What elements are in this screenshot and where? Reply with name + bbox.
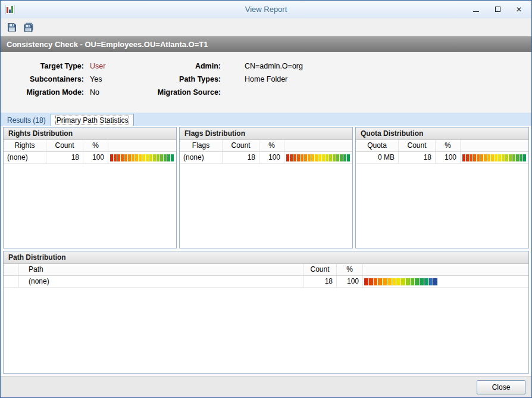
count-column-header[interactable]: Count: [303, 264, 337, 275]
percent-value: 100: [83, 152, 108, 163]
save-all-icon[interactable]: [23, 21, 35, 33]
subcontainers-value: Yes: [90, 73, 157, 86]
rights-grid-header: Rights Count %: [4, 140, 176, 152]
flags-distribution-title: Flags Distribution: [180, 128, 352, 140]
report-summary: Target Type: User Admin: CN=admin.O=org …: [1, 52, 531, 113]
migration-mode-label: Migration Mode:: [1, 86, 90, 99]
tab-results[interactable]: Results (18): [2, 114, 51, 126]
target-type-value: User: [90, 60, 157, 73]
rights-row-none[interactable]: (none) 18 100: [4, 152, 176, 164]
count-value: 18: [223, 152, 259, 163]
migration-mode-value: No: [90, 86, 157, 99]
percent-value: 100: [337, 276, 363, 287]
path-distribution-title: Path Distribution: [4, 251, 528, 264]
count-value: 18: [46, 152, 83, 163]
path-types-value: Home Folder: [227, 73, 531, 86]
statistics-content: Rights Distribution Rights Count % (none…: [1, 126, 531, 376]
quota-row-0mb[interactable]: 0 MB 18 100: [356, 152, 528, 164]
admin-label: Admin:: [157, 60, 227, 73]
path-row-none[interactable]: (none) 18 100: [4, 276, 528, 288]
row-selector: [4, 276, 19, 287]
quota-distribution-panel: Quota Distribution Quota Count % 0 MB 18…: [355, 127, 529, 248]
minimize-icon[interactable]: [472, 5, 480, 14]
path-value: (none): [19, 276, 303, 287]
quota-distribution-bar: [462, 154, 527, 161]
percent-value: 100: [436, 152, 461, 163]
percent-column-header[interactable]: %: [83, 140, 108, 151]
path-grid-header: Path Count %: [4, 264, 528, 276]
percent-column-header[interactable]: %: [436, 140, 461, 151]
report-chart-icon: [5, 5, 15, 14]
row-selector-column-header: [4, 264, 19, 275]
tab-bar: Results (18) Primary Path Statistics: [1, 113, 531, 126]
window-controls: ✕: [472, 5, 527, 14]
rights-distribution-panel: Rights Distribution Rights Count % (none…: [3, 127, 177, 248]
quota-value: 0 MB: [356, 152, 399, 163]
subcontainers-label: Subcontainers:: [1, 73, 90, 86]
path-distribution-bar: [364, 278, 438, 285]
rights-column-header[interactable]: Rights: [4, 140, 46, 151]
path-distribution-panel: Path Distribution Path Count % (none) 18…: [3, 251, 529, 374]
flags-row-none[interactable]: (none) 18 100: [180, 152, 352, 164]
window-title: View Report: [1, 5, 531, 14]
close-icon[interactable]: ✕: [515, 5, 523, 14]
bar-column-header: [108, 140, 176, 151]
close-button[interactable]: Close: [477, 380, 525, 394]
maximize-icon[interactable]: [493, 5, 502, 14]
view-report-window: View Report ✕: [0, 0, 532, 398]
count-value: 18: [303, 276, 337, 287]
quota-grid-header: Quota Count %: [356, 140, 528, 152]
tab-primary-path-statistics[interactable]: Primary Path Statistics: [51, 114, 134, 126]
path-types-label: Path Types:: [157, 73, 227, 86]
quota-column-header[interactable]: Quota: [356, 140, 399, 151]
flags-grid-header: Flags Count %: [180, 140, 352, 152]
percent-value: 100: [259, 152, 284, 163]
admin-value: CN=admin.O=org: [227, 60, 531, 73]
quota-distribution-title: Quota Distribution: [356, 128, 528, 140]
count-column-header[interactable]: Count: [46, 140, 83, 151]
bar-column-header: [461, 140, 528, 151]
migration-source-value: [227, 86, 531, 99]
flags-distribution-panel: Flags Distribution Flags Count % (none) …: [179, 127, 353, 248]
toolbar: [1, 18, 531, 36]
count-column-header[interactable]: Count: [223, 140, 259, 151]
rights-distribution-bar: [110, 154, 174, 161]
percent-column-header[interactable]: %: [337, 264, 363, 275]
rights-distribution-title: Rights Distribution: [4, 128, 176, 140]
save-icon[interactable]: [6, 21, 18, 33]
flags-column-header[interactable]: Flags: [180, 140, 223, 151]
titlebar: View Report ✕: [1, 1, 531, 18]
path-column-header[interactable]: Path: [19, 264, 303, 275]
footer-bar: Close: [1, 376, 531, 397]
flags-distribution-bar: [286, 154, 351, 161]
target-type-label: Target Type:: [1, 60, 90, 73]
count-value: 18: [399, 152, 436, 163]
percent-column-header[interactable]: %: [259, 140, 284, 151]
report-header: Consistency Check - OU=Employees.OU=Atla…: [1, 36, 531, 52]
bar-column-header: [284, 140, 352, 151]
bar-column-header: [363, 264, 528, 275]
flags-value: (none): [180, 152, 223, 163]
count-column-header[interactable]: Count: [399, 140, 436, 151]
rights-value: (none): [4, 152, 46, 163]
migration-source-label: Migration Source:: [157, 86, 227, 99]
